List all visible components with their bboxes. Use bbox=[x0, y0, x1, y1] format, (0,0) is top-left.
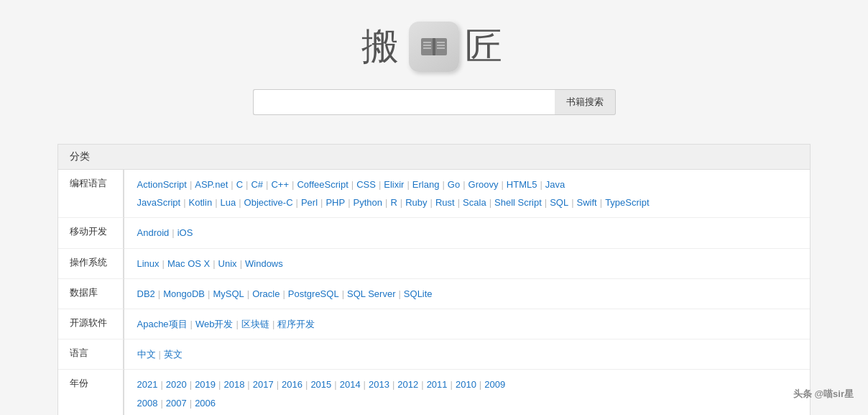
category-link[interactable]: 2011 bbox=[427, 379, 448, 390]
separator: | bbox=[305, 379, 308, 390]
separator: | bbox=[208, 288, 210, 299]
separator: | bbox=[190, 379, 192, 390]
category-link[interactable]: SQL Server bbox=[347, 288, 395, 299]
category-link[interactable]: 2008 bbox=[137, 398, 158, 409]
category-link[interactable]: 2013 bbox=[369, 379, 389, 390]
category-link[interactable]: PHP bbox=[326, 197, 345, 208]
category-label: 移动开发 bbox=[58, 218, 123, 248]
category-link[interactable]: Web开发 bbox=[195, 319, 234, 329]
category-link[interactable]: iOS bbox=[177, 227, 193, 238]
separator: | bbox=[190, 319, 193, 329]
category-link[interactable]: Swift bbox=[577, 197, 597, 208]
category-link[interactable]: 2019 bbox=[195, 379, 216, 390]
category-link[interactable]: CoffeeScript bbox=[297, 179, 348, 190]
category-link[interactable]: C bbox=[236, 179, 243, 190]
category-link[interactable]: R bbox=[390, 197, 397, 208]
category-link[interactable]: Kotlin bbox=[189, 197, 213, 208]
category-link[interactable]: Apache项目 bbox=[137, 319, 188, 329]
category-link[interactable]: CSS bbox=[356, 179, 376, 190]
category-link[interactable]: 2007 bbox=[166, 398, 187, 409]
separator: | bbox=[545, 197, 547, 208]
separator: | bbox=[351, 179, 354, 190]
category-link[interactable]: ASP.net bbox=[195, 179, 228, 190]
category-link[interactable]: Elixir bbox=[384, 179, 404, 190]
category-link[interactable]: Scala bbox=[463, 197, 486, 208]
category-link[interactable]: 英文 bbox=[164, 349, 183, 360]
separator: | bbox=[272, 319, 274, 329]
separator: | bbox=[407, 179, 409, 190]
category-link[interactable]: SQLite bbox=[404, 288, 433, 299]
separator: | bbox=[159, 349, 161, 360]
separator: | bbox=[463, 179, 465, 190]
separator: | bbox=[160, 379, 162, 390]
category-link[interactable]: 2014 bbox=[340, 379, 361, 390]
category-link[interactable]: 2010 bbox=[456, 379, 476, 390]
category-link[interactable]: Objective-C bbox=[244, 197, 293, 208]
separator: | bbox=[240, 258, 242, 269]
category-link[interactable]: JavaScript bbox=[137, 197, 181, 208]
category-link[interactable]: Python bbox=[354, 197, 382, 208]
category-link[interactable]: 2012 bbox=[397, 379, 418, 390]
category-link[interactable]: HTML5 bbox=[507, 179, 537, 190]
separator: | bbox=[218, 379, 221, 390]
search-input[interactable] bbox=[253, 89, 555, 115]
category-link[interactable]: 中文 bbox=[137, 349, 156, 360]
category-table: 编程语言ActionScript|ASP.net|C|C#|C++|Coffee… bbox=[58, 170, 810, 415]
category-links-cell: ActionScript|ASP.net|C|C#|C++|CoffeeScri… bbox=[124, 170, 810, 218]
category-link[interactable]: Shell Script bbox=[494, 197, 542, 208]
category-link[interactable]: 2021 bbox=[137, 379, 158, 390]
category-link[interactable]: Ruby bbox=[405, 197, 427, 208]
category-link[interactable]: MySQL bbox=[213, 288, 244, 299]
search-area: 书籍搜索 bbox=[253, 89, 616, 115]
svg-rect-0 bbox=[421, 38, 433, 55]
category-link[interactable]: Go bbox=[448, 179, 460, 190]
category-link[interactable]: 2017 bbox=[253, 379, 274, 390]
category-link[interactable]: 2020 bbox=[166, 379, 187, 390]
category-link[interactable]: 区块链 bbox=[241, 319, 269, 329]
category-row: 开源软件Apache项目|Web开发|区块链|程序开发 bbox=[58, 309, 810, 339]
separator: | bbox=[479, 379, 481, 390]
category-link[interactable]: Java bbox=[545, 179, 565, 190]
category-link[interactable]: Mac OS X bbox=[167, 258, 210, 269]
category-link[interactable]: Unix bbox=[218, 258, 237, 269]
category-link[interactable]: C# bbox=[251, 179, 263, 190]
category-links-cell: Android|iOS bbox=[124, 218, 810, 248]
category-link[interactable]: PostgreSQL bbox=[288, 288, 339, 299]
category-link[interactable]: Erlang bbox=[412, 179, 440, 190]
category-link[interactable]: 2009 bbox=[484, 379, 505, 390]
separator: | bbox=[600, 197, 602, 208]
separator: | bbox=[282, 288, 285, 299]
category-link[interactable]: Perl bbox=[301, 197, 318, 208]
svg-rect-2 bbox=[433, 38, 435, 55]
category-link[interactable]: Windows bbox=[245, 258, 283, 269]
category-links-cell: Linux|Mac OS X|Unix|Windows bbox=[124, 248, 810, 278]
category-link[interactable]: TypeScript bbox=[605, 197, 649, 208]
search-button[interactable]: 书籍搜索 bbox=[555, 89, 616, 115]
separator: | bbox=[266, 179, 268, 190]
category-link[interactable]: Rust bbox=[435, 197, 455, 208]
category-link[interactable]: Lua bbox=[221, 197, 236, 208]
category-link[interactable]: 2015 bbox=[310, 379, 331, 390]
separator: | bbox=[342, 288, 344, 299]
separator: | bbox=[236, 319, 238, 329]
category-link[interactable]: DB2 bbox=[137, 288, 155, 299]
category-header-label: 分类 bbox=[70, 150, 90, 162]
category-link[interactable]: 2016 bbox=[282, 379, 303, 390]
category-links-cell: DB2|MongoDB|MySQL|Oracle|PostgreSQL|SQL … bbox=[124, 278, 810, 309]
category-links-cell: 2021|2020|2019|2018|2017|2016|2015|2014|… bbox=[124, 370, 810, 415]
category-link[interactable]: MongoDB bbox=[163, 288, 205, 299]
separator: | bbox=[398, 288, 400, 299]
category-link[interactable]: ActionScript bbox=[137, 179, 187, 190]
category-link[interactable]: 2006 bbox=[195, 398, 216, 409]
svg-rect-1 bbox=[435, 38, 447, 55]
category-link[interactable]: Groovy bbox=[468, 179, 499, 190]
separator: | bbox=[400, 197, 402, 208]
category-link[interactable]: Linux bbox=[137, 258, 160, 269]
category-link[interactable]: C++ bbox=[271, 179, 289, 190]
category-link[interactable]: 2018 bbox=[223, 379, 244, 390]
category-link[interactable]: SQL bbox=[550, 197, 568, 208]
category-link[interactable]: Oracle bbox=[252, 288, 280, 299]
category-link[interactable]: 程序开发 bbox=[277, 319, 315, 329]
category-row: 编程语言ActionScript|ASP.net|C|C#|C++|Coffee… bbox=[58, 170, 810, 218]
category-link[interactable]: Android bbox=[137, 227, 170, 238]
